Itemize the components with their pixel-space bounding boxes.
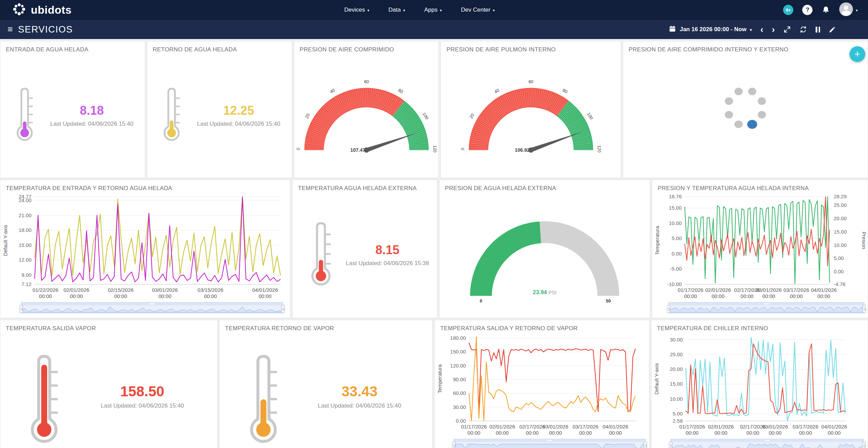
range-handle-right[interactable] <box>281 305 285 313</box>
svg-text:0.00: 0.00 <box>672 251 682 257</box>
svg-text:30.00: 30.00 <box>670 337 683 343</box>
range-grip[interactable] <box>454 439 646 442</box>
metric-value: 12.25 <box>186 103 292 118</box>
menu-devices[interactable]: Devices ▾ <box>344 7 369 13</box>
notifications-count-badge[interactable]: 9+ <box>783 5 793 15</box>
svg-text:Temperatura: Temperatura <box>654 226 660 255</box>
widget-title: TEMPERATURA SALIDA Y RETORNO DE VAPOR <box>435 320 649 332</box>
widget-chart-presion-temp-interna: PRESION Y TEMPERATURA AGUA HELADA INTERN… <box>652 180 868 318</box>
last-updated: Last Updated: 04/06/2026 15:40 <box>39 121 145 127</box>
svg-text:-5.00: -5.00 <box>670 266 682 272</box>
chart-range-selector[interactable] <box>670 439 864 448</box>
svg-text:18.76: 18.76 <box>669 194 682 199</box>
widget-title: PRESION DE AIRE COMPRIMIDO <box>294 41 439 53</box>
range-grip[interactable] <box>668 302 865 305</box>
needle-gauge[interactable]: 204060801000120107.47 <box>294 79 439 157</box>
last-updated: Last Updated: 04/06/2026 15:40 <box>67 402 217 409</box>
widget-title: PRESION DE AGUA HELADA EXTERNA <box>439 180 650 192</box>
svg-text:15.00: 15.00 <box>834 229 847 235</box>
range-band[interactable] <box>670 442 864 448</box>
dashboard-title: SERVICIOS <box>18 24 73 35</box>
chart-range-selector[interactable] <box>454 439 646 448</box>
chart-range-selector[interactable] <box>668 302 865 313</box>
metric-reading: 8.15 Last Updated: 04/06/2026 15:38 <box>338 243 437 267</box>
range-forward-button[interactable]: › <box>772 25 775 34</box>
menu-data[interactable]: Data ▾ <box>388 7 405 13</box>
solid-gauge[interactable]: 05023.94 PSI <box>439 211 650 303</box>
thermometer-icon <box>158 85 186 146</box>
svg-text:01/22/202600:00: 01/22/202600:00 <box>33 287 58 299</box>
brand-name: ubidots <box>31 4 72 16</box>
calendar-icon <box>669 25 676 34</box>
needle-gauge[interactable]: 204060801000120106.92 <box>441 79 621 157</box>
range-handle-left[interactable] <box>667 305 670 313</box>
svg-text:10.00: 10.00 <box>670 396 683 402</box>
add-widget-button[interactable]: + <box>850 46 865 62</box>
range-handle-right[interactable] <box>644 442 647 448</box>
date-range-picker[interactable]: Jan 16 2026 00:00 - Now ▾ <box>669 25 752 34</box>
svg-text:Presion: Presion <box>861 232 867 249</box>
caret-down-icon: ▾ <box>440 8 442 13</box>
svg-text:15.00: 15.00 <box>669 205 682 211</box>
range-handle-right[interactable] <box>863 305 866 313</box>
help-button[interactable]: ? <box>802 5 813 15</box>
svg-text:120: 120 <box>597 146 602 153</box>
widget-chart-salida-retorno-vapor: TEMPERATURA SALIDA Y RETORNO DE VAPOR 18… <box>434 320 649 448</box>
chart-range-selector[interactable] <box>21 302 283 313</box>
edit-pencil-icon[interactable] <box>829 26 836 33</box>
svg-text:120.00: 120.00 <box>450 363 466 369</box>
ubidots-logo[interactable]: ubidots <box>12 2 72 18</box>
svg-text:-10.00: -10.00 <box>667 281 682 287</box>
line-chart[interactable]: 24.7724.0021.0018.0015.0012.009.007.12De… <box>0 192 290 301</box>
widget-retorno-agua-helada: RETORNO DE AGUA HELADA 12.25 Last Update… <box>147 41 292 178</box>
widget-title: TEMPERATURA DE ENTRADA Y RETORNO AGUA HE… <box>0 180 290 192</box>
range-handle-right[interactable] <box>862 442 866 448</box>
range-handle-left[interactable] <box>669 442 672 448</box>
range-back-button[interactable]: ‹ <box>760 25 764 34</box>
range-grip[interactable] <box>670 439 864 442</box>
metric-reading: 158.50 Last Updated: 04/06/2026 15:40 <box>67 383 217 409</box>
svg-text:Temperatura: Temperatura <box>437 364 443 393</box>
range-band[interactable] <box>668 305 865 313</box>
svg-text:Default Y-axis: Default Y-axis <box>2 225 8 256</box>
svg-text:03/01/202600:00: 03/01/202600:00 <box>756 287 782 299</box>
line-chart[interactable]: 180.00150.00120.0090.0060.0030.000.00Tem… <box>435 332 649 438</box>
svg-text:0.00: 0.00 <box>834 269 844 274</box>
menu-apps[interactable]: Apps ▾ <box>424 7 442 13</box>
menu-data-label: Data <box>388 7 401 13</box>
menu-dev-center[interactable]: Dev Center ▾ <box>461 7 495 13</box>
bell-icon[interactable] <box>821 5 830 14</box>
avatar <box>839 2 853 17</box>
range-handle-left[interactable] <box>452 442 456 448</box>
widget-temp-agua-helada-externa: TEMPERATURA AGUA HELADA EXTERNA 8.15 Las… <box>292 180 437 318</box>
svg-text:180.00: 180.00 <box>450 335 466 341</box>
svg-text:02/17/202600:00: 02/17/202600:00 <box>740 424 766 436</box>
menu-apps-label: Apps <box>424 7 437 13</box>
pause-icon[interactable] <box>816 27 820 33</box>
line-chart[interactable]: 30.0025.0020.0015.0010.005.002.58Default… <box>652 332 868 438</box>
svg-text:0: 0 <box>460 148 465 150</box>
svg-text:100: 100 <box>586 112 594 121</box>
date-range-text: Jan 16 2026 00:00 - Now <box>680 26 746 33</box>
last-updated: Last Updated: 04/06/2026 15:40 <box>186 121 292 127</box>
svg-text:90.00: 90.00 <box>453 376 466 382</box>
user-menu[interactable]: ▾ <box>839 2 858 17</box>
range-band[interactable] <box>454 442 646 448</box>
widget-presion-aire-int-ext: PRESION DE AIRE COMPRIMIDO INTERNO Y EXT… <box>623 41 868 178</box>
range-handle-left[interactable] <box>20 305 23 313</box>
svg-text:04/01/202600:00: 04/01/202600:00 <box>252 287 278 299</box>
range-band[interactable] <box>21 305 283 313</box>
widget-title: PRESION Y TEMPERATURA AGUA HELADA INTERN… <box>652 180 868 192</box>
line-chart[interactable]: 18.7615.0010.005.000.00-5.00-10.0028.292… <box>652 192 868 301</box>
dashboards-menu-icon[interactable]: ≡ <box>8 24 13 35</box>
svg-text:40: 40 <box>329 88 336 95</box>
refresh-icon[interactable] <box>799 26 807 33</box>
svg-text:21.00: 21.00 <box>18 212 32 218</box>
widget-title: ENTRADA DE AGUA HELADA <box>0 41 145 53</box>
svg-text:0: 0 <box>296 148 301 150</box>
svg-text:04/01/202600:00: 04/01/202600:00 <box>811 287 837 299</box>
dashboard-title-block: ≡ SERVICIOS <box>8 24 73 35</box>
range-grip[interactable] <box>21 302 283 305</box>
fullscreen-icon[interactable] <box>783 26 791 33</box>
metric-value: 158.50 <box>67 383 217 400</box>
